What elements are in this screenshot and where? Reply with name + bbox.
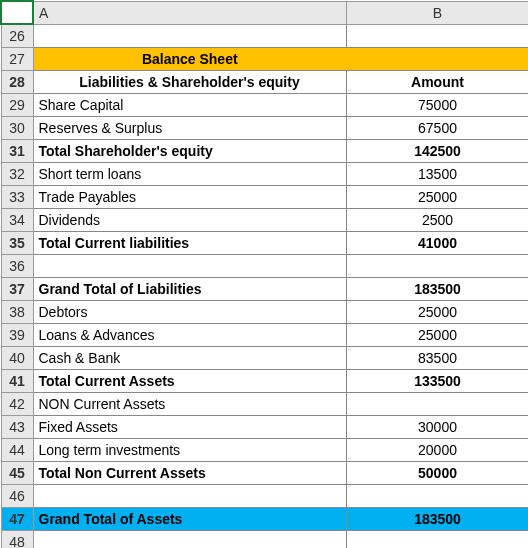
cell-a[interactable] [33, 531, 346, 549]
cell-a[interactable]: NON Current Assets [33, 393, 346, 416]
row-number[interactable]: 28 [1, 71, 33, 94]
cell-b[interactable]: 142500 [346, 140, 528, 163]
table-row: 38Debtors25000 [1, 301, 528, 324]
cell-b[interactable]: 20000 [346, 439, 528, 462]
cell-b[interactable] [346, 393, 528, 416]
table-row: 41Total Current Assets133500 [1, 370, 528, 393]
cell-b[interactable]: 133500 [346, 370, 528, 393]
cell-b[interactable] [346, 255, 528, 278]
table-row: 33Trade Payables25000 [1, 186, 528, 209]
spreadsheet: A B 2627Balance Sheet28Liabilities & Sha… [0, 0, 528, 548]
row-number[interactable]: 35 [1, 232, 33, 255]
table-row: 32Short term loans13500 [1, 163, 528, 186]
table-row: 45Total Non Current Assets50000 [1, 462, 528, 485]
row-number[interactable]: 41 [1, 370, 33, 393]
cell-a[interactable]: Share Capital [33, 94, 346, 117]
row-number[interactable]: 32 [1, 163, 33, 186]
cell-a[interactable]: Fixed Assets [33, 416, 346, 439]
cell-a[interactable] [33, 24, 346, 48]
table-row: 30Reserves & Surplus67500 [1, 117, 528, 140]
cell-a[interactable] [33, 255, 346, 278]
row-number[interactable]: 33 [1, 186, 33, 209]
cell-a[interactable]: Balance Sheet [33, 48, 346, 71]
row-number[interactable]: 45 [1, 462, 33, 485]
cell-a[interactable]: Long term investments [33, 439, 346, 462]
select-all-cell[interactable] [1, 1, 33, 24]
table-row: 27Balance Sheet [1, 48, 528, 71]
cell-b[interactable] [346, 485, 528, 508]
row-number[interactable]: 39 [1, 324, 33, 347]
row-number[interactable]: 26 [1, 24, 33, 48]
cell-a[interactable]: Total Non Current Assets [33, 462, 346, 485]
cell-a[interactable]: Total Shareholder's equity [33, 140, 346, 163]
row-number[interactable]: 44 [1, 439, 33, 462]
table-row: 26 [1, 24, 528, 48]
row-number[interactable]: 30 [1, 117, 33, 140]
cell-a[interactable]: Total Current liabilities [33, 232, 346, 255]
cell-a[interactable]: Grand Total of Assets [33, 508, 346, 531]
cell-b[interactable]: 13500 [346, 163, 528, 186]
cell-b[interactable]: 25000 [346, 186, 528, 209]
table-row: 36 [1, 255, 528, 278]
cell-b[interactable]: 25000 [346, 324, 528, 347]
cell-b[interactable]: 183500 [346, 508, 528, 531]
table-row: 35Total Current liabilities41000 [1, 232, 528, 255]
table-row: 46 [1, 485, 528, 508]
table-row: 47Grand Total of Assets183500 [1, 508, 528, 531]
row-number[interactable]: 47 [1, 508, 33, 531]
cell-b[interactable]: Amount [346, 71, 528, 94]
cell-a[interactable]: Loans & Advances [33, 324, 346, 347]
cell-b[interactable]: 183500 [346, 278, 528, 301]
cell-b[interactable]: 41000 [346, 232, 528, 255]
table-row: 44Long term investments20000 [1, 439, 528, 462]
row-number[interactable]: 27 [1, 48, 33, 71]
cell-b[interactable]: 67500 [346, 117, 528, 140]
column-header-row: A B [1, 1, 528, 24]
cell-a[interactable]: Short term loans [33, 163, 346, 186]
cell-a[interactable]: Reserves & Surplus [33, 117, 346, 140]
table-row: 28Liabilities & Shareholder's equityAmou… [1, 71, 528, 94]
table-row: 31Total Shareholder's equity142500 [1, 140, 528, 163]
row-number[interactable]: 29 [1, 94, 33, 117]
cell-b[interactable]: 50000 [346, 462, 528, 485]
table-row: 42NON Current Assets [1, 393, 528, 416]
row-number[interactable]: 34 [1, 209, 33, 232]
cell-a[interactable]: Liabilities & Shareholder's equity [33, 71, 346, 94]
cell-b[interactable] [346, 48, 528, 71]
row-number[interactable]: 42 [1, 393, 33, 416]
table-row: 39Loans & Advances25000 [1, 324, 528, 347]
cell-a[interactable]: Cash & Bank [33, 347, 346, 370]
table-row: 43Fixed Assets30000 [1, 416, 528, 439]
table-row: 37Grand Total of Liabilities183500 [1, 278, 528, 301]
cell-a[interactable]: Debtors [33, 301, 346, 324]
cell-b[interactable]: 2500 [346, 209, 528, 232]
cell-b[interactable]: 30000 [346, 416, 528, 439]
cell-a[interactable]: Dividends [33, 209, 346, 232]
table-row: 40Cash & Bank83500 [1, 347, 528, 370]
row-number[interactable]: 43 [1, 416, 33, 439]
row-number[interactable]: 48 [1, 531, 33, 549]
cell-b[interactable]: 83500 [346, 347, 528, 370]
cell-a[interactable]: Trade Payables [33, 186, 346, 209]
table-row: 34Dividends2500 [1, 209, 528, 232]
column-header-a[interactable]: A [33, 1, 346, 24]
cell-b[interactable]: 25000 [346, 301, 528, 324]
column-header-b[interactable]: B [346, 1, 528, 24]
row-number[interactable]: 40 [1, 347, 33, 370]
table-row: 48 [1, 531, 528, 549]
cell-b[interactable] [346, 531, 528, 549]
row-number[interactable]: 37 [1, 278, 33, 301]
row-number[interactable]: 31 [1, 140, 33, 163]
cell-a[interactable]: Grand Total of Liabilities [33, 278, 346, 301]
cell-a[interactable] [33, 485, 346, 508]
row-number[interactable]: 46 [1, 485, 33, 508]
row-number[interactable]: 36 [1, 255, 33, 278]
cell-a[interactable]: Total Current Assets [33, 370, 346, 393]
table-row: 29Share Capital75000 [1, 94, 528, 117]
cell-b[interactable] [346, 24, 528, 48]
cell-b[interactable]: 75000 [346, 94, 528, 117]
row-number[interactable]: 38 [1, 301, 33, 324]
